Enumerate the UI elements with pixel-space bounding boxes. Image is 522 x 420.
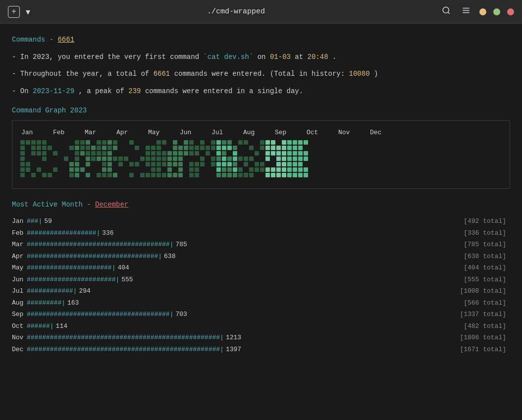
bar-month-label: Aug: [12, 298, 27, 308]
svg-rect-66: [102, 162, 106, 166]
svg-rect-178: [233, 167, 237, 172]
svg-rect-209: [271, 173, 275, 177]
svg-rect-232: [293, 151, 297, 156]
svg-rect-61: [97, 173, 101, 177]
bar-total: [1008 total]: [460, 286, 510, 296]
svg-rect-80: [118, 157, 123, 161]
svg-rect-28: [48, 146, 52, 150]
svg-rect-150: [211, 140, 215, 145]
svg-rect-144: [200, 140, 205, 145]
svg-rect-226: [287, 157, 292, 161]
svg-rect-53: [86, 173, 90, 177]
svg-rect-67: [102, 167, 106, 172]
bar-total: [555 total]: [464, 275, 510, 285]
svg-rect-140: [195, 151, 199, 156]
svg-rect-207: [271, 151, 275, 156]
grid-visual: [20, 140, 502, 178]
svg-rect-86: [135, 146, 139, 150]
svg-rect-244: [304, 140, 308, 145]
bar-fill: #########|: [27, 298, 65, 308]
svg-rect-122: [173, 162, 177, 166]
svg-rect-102: [157, 146, 161, 150]
svg-rect-134: [189, 146, 194, 150]
bar-fill: ########################################…: [27, 333, 224, 343]
svg-rect-36: [69, 173, 74, 177]
bar-count: 404: [117, 263, 129, 273]
svg-rect-113: [167, 151, 172, 156]
svg-rect-83: [129, 140, 134, 145]
svg-rect-82: [124, 157, 128, 161]
bar-fill: #####################################|: [27, 310, 173, 319]
svg-rect-237: [298, 140, 303, 145]
svg-rect-128: [178, 167, 183, 172]
svg-rect-103: [157, 151, 161, 156]
svg-rect-84: [129, 162, 134, 166]
svg-rect-14: [26, 167, 30, 172]
svg-rect-224: [287, 146, 292, 150]
svg-rect-201: [265, 151, 270, 156]
graph-title: Command Graph 2023: [12, 106, 510, 114]
svg-point-0: [443, 7, 449, 13]
svg-rect-133: [189, 140, 194, 145]
svg-rect-70: [107, 146, 112, 150]
bar-row: Feb##################| 336[336 total]: [12, 228, 510, 238]
chevron-down-icon[interactable]: ▾: [24, 4, 32, 19]
bar-fill: ########################################…: [27, 345, 224, 355]
menu-button[interactable]: [460, 4, 472, 19]
svg-rect-159: [216, 167, 221, 172]
bar-fill: ############|: [27, 286, 77, 296]
svg-rect-98: [151, 162, 156, 166]
svg-rect-100: [151, 173, 156, 177]
svg-rect-177: [233, 162, 237, 166]
search-button[interactable]: [440, 4, 453, 19]
svg-rect-228: [287, 167, 292, 172]
svg-rect-125: [178, 151, 183, 156]
svg-rect-173: [227, 173, 232, 177]
svg-rect-27: [42, 173, 47, 177]
svg-rect-217: [282, 146, 286, 150]
svg-rect-169: [227, 146, 232, 150]
bar-month-label: Dec: [12, 345, 27, 355]
total-commands-line: - Throughout the year, a total of 6661 c…: [12, 68, 510, 79]
svg-rect-26: [42, 157, 47, 161]
svg-rect-219: [282, 157, 286, 161]
svg-rect-154: [216, 140, 221, 145]
svg-rect-117: [167, 173, 172, 177]
bar-count: 703: [175, 310, 187, 319]
bar-total: [1671 total]: [460, 345, 510, 355]
svg-rect-115: [167, 162, 172, 166]
svg-rect-127: [178, 162, 183, 166]
svg-rect-198: [260, 167, 264, 172]
bar-total: [482 total]: [464, 321, 510, 331]
window-title: ./cmd-wrapped: [32, 7, 440, 16]
svg-rect-24: [42, 146, 47, 150]
bar-month-label: Sep: [12, 310, 27, 319]
svg-rect-182: [238, 167, 243, 172]
svg-rect-185: [244, 157, 248, 161]
svg-rect-73: [107, 162, 112, 166]
bar-month-label: Jan: [12, 216, 27, 226]
svg-rect-38: [75, 146, 79, 150]
svg-rect-213: [276, 162, 281, 166]
svg-rect-105: [157, 162, 161, 166]
most-active-title: Most Active Month - December: [12, 201, 510, 209]
svg-rect-225: [287, 151, 292, 156]
svg-rect-123: [173, 173, 177, 177]
bar-row: Mar#####################################…: [12, 240, 510, 250]
bar-month-label: Feb: [12, 228, 27, 238]
svg-rect-12: [26, 140, 30, 145]
svg-rect-246: [304, 157, 308, 161]
svg-rect-195: [260, 140, 264, 145]
svg-rect-6: [20, 146, 25, 150]
svg-line-1: [448, 12, 449, 13]
svg-rect-89: [140, 173, 145, 177]
commands-section-title: Commands - 6661: [12, 36, 510, 44]
svg-rect-22: [37, 167, 41, 172]
new-tab-button[interactable]: +: [8, 6, 20, 18]
svg-rect-160: [216, 173, 221, 177]
bar-row: Dec#####################################…: [12, 345, 510, 355]
svg-rect-107: [157, 173, 161, 177]
header: + ▾ ./cmd-wrapped: [0, 0, 522, 24]
svg-rect-234: [293, 162, 297, 166]
svg-rect-54: [91, 146, 96, 150]
